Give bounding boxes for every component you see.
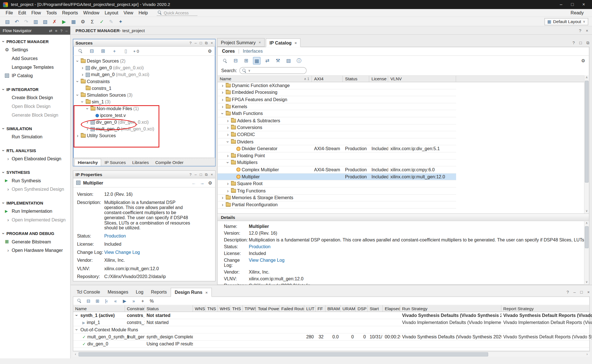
chevron-right-icon[interactable]: › (6, 217, 10, 222)
tree-item-div-gen-0[interactable]: ›div_gen_0(div_gen_0.xci) (73, 65, 215, 71)
chevron-down-icon[interactable]: › (80, 100, 85, 104)
float-panel-icon[interactable]: ⧉ (205, 41, 208, 45)
run-row-mult-gen-0-synth-1[interactable]: ✓mult_gen_0_synth_1mult_gen_0synth_desig… (73, 334, 589, 341)
catalog-scrollbar[interactable]: ∧ ∨ (584, 76, 589, 214)
ip-settings-icon[interactable]: ⚒ (274, 57, 282, 65)
column-header-wns[interactable]: WNS (193, 305, 205, 312)
tab-reports[interactable]: Reports (147, 287, 171, 296)
run-row-out-of-context-module-runs[interactable]: ›Out-of-Context Module Runs (73, 326, 589, 333)
menu-tools[interactable]: Tools (44, 10, 59, 15)
close-tab-icon[interactable]: × (206, 290, 208, 294)
column-header-status[interactable]: Status (145, 305, 193, 312)
tree-item-mult-gen-0[interactable]: ›mult_gen_0(mult_gen_0.xci) (73, 71, 215, 78)
flow-item-add-sources[interactable]: Add Sources (0, 54, 70, 63)
minimize-panel-icon[interactable]: ‒ (195, 41, 196, 45)
tab-project-summary[interactable]: Project Summary× (217, 38, 265, 47)
catalog-row-multiplier[interactable]: ›MultiplierProductionIncludedxilinx.com:… (217, 173, 456, 180)
create-runs-icon[interactable]: + (140, 298, 145, 303)
column-header-name[interactable]: Name∧ 1 (217, 76, 312, 82)
tree-item-constrs-1[interactable]: ›constrs_1 (73, 85, 215, 92)
column-header-dsp[interactable]: DSP (356, 305, 368, 312)
chevron-down-icon[interactable]: › (1, 39, 6, 43)
settings-gear-icon[interactable]: ⚙ (581, 58, 585, 63)
collapse-all-icon[interactable]: ⊟ (86, 298, 91, 303)
tab-ip-catalog[interactable]: IP Catalog× (266, 39, 301, 47)
search-icon[interactable] (77, 47, 84, 55)
subtab-interfaces[interactable]: Interfaces (243, 49, 263, 54)
chevron-down-icon[interactable]: › (1, 231, 6, 236)
field-value[interactable]: View Change Log (104, 250, 196, 255)
catalog-row-fpga-features-and-design[interactable]: ›FPGA Features and Design (217, 96, 456, 103)
chevron-down-icon[interactable]: › (1, 201, 6, 205)
forward-icon[interactable]: → (200, 180, 204, 185)
menu-reports[interactable]: Reports (59, 10, 81, 15)
column-header-whs[interactable]: WHS (218, 305, 230, 312)
menu-window[interactable]: Window (81, 10, 102, 15)
scroll-up-icon[interactable]: ∧ (584, 76, 589, 80)
tab-log[interactable]: Log (132, 287, 147, 296)
column-header-failed-routes[interactable]: Failed Routes (279, 305, 304, 312)
tree-item-design-sources[interactable]: ›Design Sources(2) (73, 58, 215, 65)
subtab-cores[interactable]: Cores (222, 49, 235, 54)
minimize-panel-icon[interactable]: ‒ (573, 290, 576, 294)
catalog-row-square-root[interactable]: ›Square Root (217, 180, 456, 187)
messages-badge[interactable]: ● 0 (133, 49, 139, 53)
chevron-down-icon[interactable]: › (220, 112, 225, 116)
run-row-div-gen-0[interactable]: ✓div_gen_0Using cached IP results (73, 341, 589, 348)
close-panel-icon[interactable]: × (211, 41, 213, 45)
add-sources-icon[interactable]: + (111, 47, 118, 55)
ip-properties-header[interactable]: IP Properties ? ‒ □ ⧉ × (73, 171, 215, 179)
maximize-icon[interactable]: □ (569, 2, 575, 7)
tab-design-runs[interactable]: Design Runs× (171, 288, 212, 297)
menu-flow[interactable]: Flow (29, 10, 44, 15)
flow-item-run-implementation[interactable]: ▶Run Implementation (0, 207, 70, 216)
debug-icon[interactable]: ✦ (117, 18, 124, 25)
edit-icon[interactable]: ✎ (108, 18, 115, 25)
chevron-down-icon[interactable]: › (226, 161, 230, 165)
menu-file[interactable]: File (3, 10, 16, 15)
scroll-up-icon[interactable]: ∧ (584, 221, 589, 226)
chevron-down-icon[interactable]: › (75, 313, 79, 318)
reset-runs-icon[interactable]: |‹ (104, 298, 109, 303)
validate-icon[interactable]: ✓ (98, 18, 105, 25)
help-icon[interactable]: ? (567, 290, 569, 294)
column-header-a-xi4[interactable]: A​XI4 (312, 76, 343, 82)
group-by-hierarchy-icon[interactable]: ▦ (253, 57, 260, 65)
step-forward-icon[interactable]: » (131, 298, 136, 303)
field-value[interactable]: View Change Log (249, 258, 285, 268)
delete-icon[interactable]: ✗ (51, 18, 58, 25)
flow-item-settings[interactable]: ⚙Settings (0, 45, 70, 54)
column-header-tns[interactable]: TNS (206, 305, 218, 312)
paste-icon[interactable]: ▧ (41, 18, 48, 25)
tab-messages[interactable]: Messages (104, 287, 132, 296)
flow-item-open-block-design[interactable]: Open Block Design (0, 102, 70, 110)
catalog-row-embedded-processing[interactable]: ›Embedded Processing (217, 89, 456, 96)
scroll-right-icon[interactable]: › (584, 352, 590, 357)
column-header-tpws[interactable]: TPWS (243, 305, 256, 312)
flow-item-open-hardware-manager[interactable]: ›Open Hardware Manager (0, 246, 70, 255)
run-icon[interactable]: ▶ (60, 18, 67, 25)
chevron-down-icon[interactable]: › (75, 59, 80, 63)
collapse-all-icon[interactable]: ⊟ (88, 47, 96, 55)
flow-section-header[interactable]: ›SIMULATION (0, 125, 70, 132)
percent-icon[interactable]: % (149, 298, 154, 303)
float-panel-icon[interactable]: ⧉ (586, 40, 589, 45)
chevron-right-icon[interactable]: › (6, 248, 10, 252)
help-icon[interactable]: ? (60, 28, 62, 33)
collapse-all-icon[interactable]: ⊟ (232, 57, 239, 65)
catalog-row-math-functions[interactable]: ›Math Functions (217, 110, 456, 117)
maximize-panel-icon[interactable]: □ (579, 40, 582, 45)
copy-icon[interactable]: ▥ (32, 18, 39, 25)
help-icon[interactable]: ? (189, 172, 191, 177)
tree-item-mult-gen-0[interactable]: ›mult_gen_0(mult_gen_0.xci) (73, 126, 215, 132)
search-icon[interactable] (77, 299, 82, 303)
sum-icon[interactable]: Σ (89, 18, 96, 25)
catalog-row-dynamic-function-exchange[interactable]: ›Dynamic Function eXchange (217, 82, 456, 89)
column-header-ff[interactable]: FF (316, 305, 326, 312)
scroll-down-icon[interactable]: ∨ (584, 280, 589, 284)
flow-section-header[interactable]: ›IMPLEMENTATION (0, 199, 70, 207)
chevron-down-icon[interactable]: › (75, 79, 80, 84)
tree-item-utility-sources[interactable]: ›Utility Sources (73, 132, 215, 139)
scroll-down-icon[interactable]: ∨ (584, 209, 589, 214)
menu-help[interactable]: Help (136, 10, 151, 15)
